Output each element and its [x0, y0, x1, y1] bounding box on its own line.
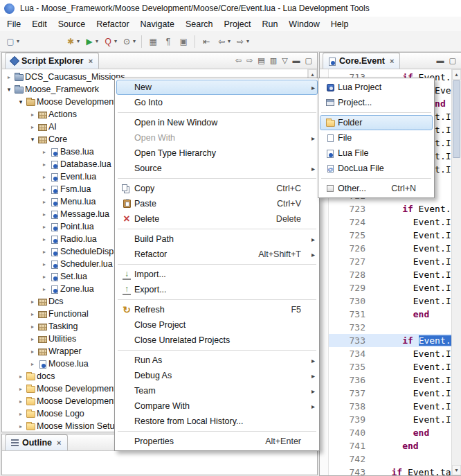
menu-item-folder[interactable]: Folder — [320, 115, 433, 130]
external-tools-button[interactable]: ✱▾ — [63, 33, 82, 49]
expand-arrow-icon[interactable]: ▸ — [28, 349, 37, 355]
expand-arrow-icon[interactable]: ▸ — [40, 174, 48, 180]
menu-item-refactor[interactable]: RefactorAlt+Shift+T▸ — [116, 247, 318, 262]
expand-arrow-icon[interactable]: ▸ — [17, 386, 25, 392]
menu-item-source[interactable]: Source▸ — [116, 161, 318, 176]
expand-arrow-icon[interactable]: ▸ — [28, 361, 37, 367]
menu-item-file[interactable]: File — [320, 130, 433, 146]
code-line-724[interactable]: 724 Event.I — [320, 215, 451, 229]
menu-item-doclua-file[interactable]: DocLua File — [320, 161, 433, 176]
tab-script-explorer[interactable]: Script Explorer × — [5, 53, 99, 69]
menu-source[interactable]: Source — [53, 18, 91, 30]
code-line-730[interactable]: 730 Event.I — [320, 294, 451, 308]
show-whitespace-button[interactable]: ¶ — [161, 33, 176, 49]
menu-item-restore-from-local-history[interactable]: Restore from Local History... — [116, 414, 318, 429]
scrollbar-thumb[interactable] — [453, 80, 460, 158]
menu-refactor[interactable]: Refactor — [91, 18, 134, 30]
code-line-738[interactable]: 738 Event.I — [320, 400, 451, 413]
code-line-739[interactable]: 739 Event.I — [320, 413, 451, 426]
minimize-icon[interactable]: ▬ — [437, 57, 444, 64]
collapse-arrow-icon[interactable]: ▾ — [17, 98, 25, 105]
menu-item-close-project[interactable]: Close Project — [116, 317, 318, 333]
forward-icon[interactable]: ⇨ — [246, 57, 253, 64]
scroll-down-icon[interactable]: ▼ — [452, 465, 461, 475]
code-line-723[interactable]: 723 if Event. — [320, 202, 451, 215]
menu-item-new[interactable]: New▸ — [116, 80, 318, 95]
maximize-icon[interactable]: ▢ — [449, 57, 456, 64]
open-element-button[interactable]: ▦ — [145, 33, 161, 49]
code-line-729[interactable]: 729 Event.I — [320, 281, 451, 294]
code-line-732[interactable]: 732 — [320, 321, 451, 334]
menu-file[interactable]: File — [1, 18, 26, 30]
expand-arrow-icon[interactable]: ▸ — [17, 411, 25, 417]
expand-arrow-icon[interactable]: ▸ — [17, 423, 25, 430]
menu-item-properties[interactable]: PropertiesAlt+Enter — [116, 434, 318, 449]
expand-arrow-icon[interactable]: ▸ — [28, 336, 37, 342]
collapse-arrow-icon[interactable]: ▾ — [5, 86, 13, 93]
menu-item-export[interactable]: Export... — [116, 282, 318, 297]
expand-arrow-icon[interactable]: ▸ — [40, 236, 48, 243]
back-button[interactable]: ⇦▾ — [214, 33, 233, 49]
menu-item-build-path[interactable]: Build Path▸ — [116, 231, 318, 247]
tab-core-event[interactable]: Core.Event × — [323, 53, 400, 69]
menu-item-debug-as[interactable]: Debug As▸ — [116, 368, 318, 383]
toggle-editor-button[interactable]: ▣ — [176, 33, 191, 49]
new-wizard-button[interactable]: ▢▾ — [3, 33, 21, 49]
menu-item-project[interactable]: Project... — [320, 95, 433, 110]
expand-arrow-icon[interactable]: ▸ — [28, 324, 37, 330]
menu-item-compare-with[interactable]: Compare With▸ — [116, 398, 318, 414]
expand-arrow-icon[interactable]: ▸ — [28, 299, 37, 305]
code-line-726[interactable]: 726 Event.I — [320, 242, 451, 255]
code-line-737[interactable]: 737 Event.I — [320, 387, 451, 400]
expand-arrow-icon[interactable]: ▸ — [40, 286, 48, 292]
code-line-734[interactable]: 734 Event.I — [320, 347, 451, 360]
view-menu-icon[interactable]: ▽ — [282, 57, 287, 64]
expand-arrow-icon[interactable]: ▸ — [17, 398, 25, 405]
menu-item-other[interactable]: Other...Ctrl+N — [320, 181, 433, 196]
collapse-arrow-icon[interactable]: ▾ — [28, 136, 37, 143]
expand-arrow-icon[interactable]: ▸ — [28, 311, 37, 317]
expand-arrow-icon[interactable]: ▸ — [40, 224, 48, 230]
scroll-up-icon[interactable]: ▲ — [452, 69, 461, 80]
close-icon[interactable]: × — [390, 57, 394, 65]
expand-arrow-icon[interactable]: ▸ — [40, 161, 48, 168]
maximize-icon[interactable]: ▢ — [305, 57, 312, 64]
menu-item-lua-project[interactable]: Lua Project — [320, 80, 433, 95]
link-with-editor-icon[interactable]: ▥ — [270, 57, 277, 64]
menu-navigate[interactable]: Navigate — [135, 18, 180, 30]
expand-arrow-icon[interactable]: ▸ — [17, 373, 25, 380]
run-button[interactable]: ▶▾ — [82, 33, 100, 49]
menu-run[interactable]: Run — [256, 18, 283, 30]
menu-item-open-with[interactable]: Open With▸ — [116, 130, 318, 146]
code-line-731[interactable]: 731 end — [320, 308, 451, 321]
menu-item-import[interactable]: Import... — [116, 267, 318, 282]
minimize-icon[interactable]: ▬ — [293, 57, 300, 64]
close-icon[interactable]: × — [89, 57, 93, 65]
editor-scrollbar[interactable]: ▲ ▼ — [451, 69, 461, 475]
menu-item-copy[interactable]: CopyCtrl+C — [116, 181, 318, 196]
menu-item-refresh[interactable]: RefreshF5 — [116, 302, 318, 317]
menu-project[interactable]: Project — [219, 18, 257, 30]
menu-item-open-type-hierarchy[interactable]: Open Type Hierarchy — [116, 146, 318, 161]
menu-item-run-as[interactable]: Run As▸ — [116, 353, 318, 368]
menu-window[interactable]: Window — [283, 18, 325, 30]
menu-help[interactable]: Help — [325, 18, 354, 30]
code-line-728[interactable]: 728 Event.I — [320, 268, 451, 281]
expand-arrow-icon[interactable]: ▸ — [40, 211, 48, 218]
code-line-733[interactable]: 733 if Event. — [320, 334, 451, 347]
code-line-736[interactable]: 736 Event.I — [320, 373, 451, 387]
expand-arrow-icon[interactable]: ▸ — [40, 274, 48, 280]
close-icon[interactable]: × — [57, 439, 61, 447]
menu-item-team[interactable]: Team▸ — [116, 383, 318, 398]
expand-arrow-icon[interactable]: ▸ — [40, 199, 48, 205]
back-icon[interactable]: ⇦ — [235, 57, 242, 64]
code-line-727[interactable]: 727 Event.I — [320, 255, 451, 268]
menu-item-close-unrelated-projects[interactable]: Close Unrelated Projects — [116, 333, 318, 348]
menu-item-delete[interactable]: DeleteDelete — [116, 211, 318, 227]
coverage-button[interactable]: Q▾ — [100, 33, 119, 49]
code-line-725[interactable]: 725 Event.I — [320, 229, 451, 242]
code-line-743[interactable]: 743 if Event.ta — [320, 466, 451, 475]
search-button[interactable]: ⊙▾ — [119, 33, 138, 49]
menu-item-open-in-new-window[interactable]: Open in New Window — [116, 115, 318, 130]
menu-item-lua-file[interactable]: Lua File — [320, 146, 433, 161]
